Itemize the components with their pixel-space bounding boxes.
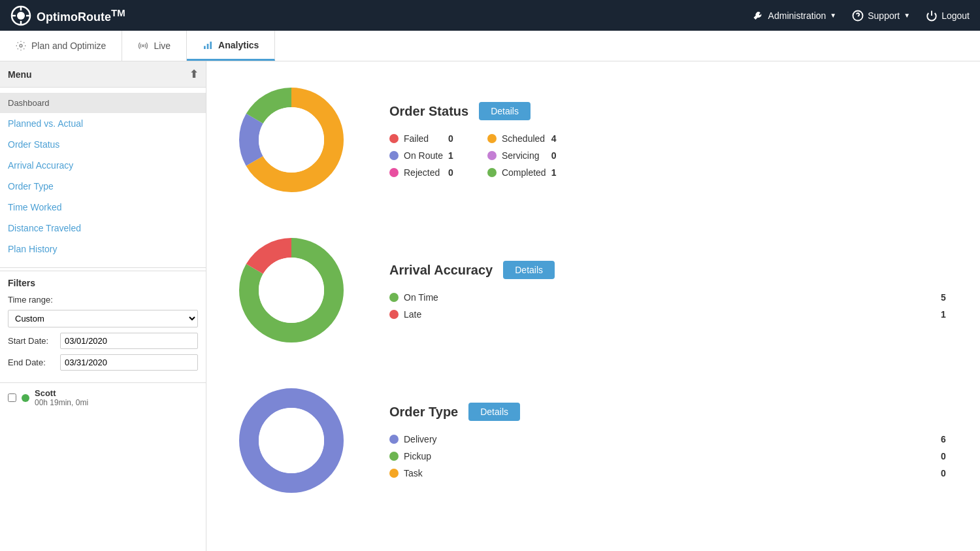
- legend-servicing: Servicing 0: [487, 150, 564, 161]
- administration-caret: ▼: [830, 12, 836, 19]
- administration-menu[interactable]: Administration ▼: [753, 10, 837, 22]
- task-dot: [389, 469, 399, 478]
- legend-failed: Failed 0: [389, 133, 461, 144]
- order-type-details: Order Type Details Delivery 6 Pickup 0: [389, 403, 954, 478]
- time-range-label: Time range:: [8, 295, 60, 305]
- collapse-icon[interactable]: ⬆: [189, 68, 198, 80]
- sidebar-item-time-worked[interactable]: Time Worked: [0, 197, 206, 218]
- delivery-dot: [389, 435, 399, 444]
- sidebar-item-order-status[interactable]: Order Status: [0, 134, 206, 155]
- power-icon: [926, 10, 938, 22]
- servicing-value: 0: [551, 150, 564, 161]
- start-date-label: Start Date:: [8, 336, 60, 346]
- tab-analytics[interactable]: Analytics: [187, 31, 275, 61]
- logo-text: OptimoRouteTM: [37, 7, 125, 24]
- arrival-accuracy-details-button[interactable]: Details: [503, 261, 555, 279]
- task-value: 0: [941, 468, 954, 478]
- end-date-input[interactable]: [60, 354, 198, 371]
- driver-checkbox[interactable]: [8, 393, 16, 402]
- arrival-accuracy-title: Arrival Accuracy: [389, 263, 493, 278]
- filters-title: Filters: [8, 278, 198, 288]
- order-status-donut: [233, 81, 350, 199]
- bar-chart-icon: [203, 40, 213, 50]
- legend-completed: Completed 1: [487, 167, 564, 178]
- sidebar-item-distance-traveled[interactable]: Distance Traveled: [0, 218, 206, 239]
- order-status-details-button[interactable]: Details: [479, 102, 531, 120]
- support-menu[interactable]: Support ▼: [852, 10, 910, 22]
- order-status-details: Order Status Details Failed 0 On Route: [389, 102, 954, 178]
- sidebar-item-planned-vs-actual[interactable]: Planned vs. Actual: [0, 113, 206, 134]
- rejected-value: 0: [448, 167, 461, 178]
- logout-button[interactable]: Logout: [926, 10, 970, 22]
- legend-task: Task 0: [389, 468, 954, 478]
- arrival-accuracy-title-row: Arrival Accuracy Details: [389, 261, 954, 279]
- svg-point-14: [259, 258, 324, 323]
- legend-pickup: Pickup 0: [389, 451, 954, 461]
- arrival-accuracy-donut: [233, 231, 350, 349]
- tab-plan-optimize[interactable]: Plan and Optimize: [0, 31, 122, 61]
- tab-bar: Plan and Optimize Live Analytics: [0, 31, 980, 61]
- sidebar-item-arrival-accuracy[interactable]: Arrival Accuracy: [0, 155, 206, 176]
- driver-info: Scott 00h 19min, 0mi: [35, 388, 88, 407]
- svg-rect-6: [207, 44, 209, 49]
- on-route-dot: [389, 151, 399, 160]
- driver-status-dot: [22, 394, 29, 402]
- on-route-value: 1: [448, 150, 461, 161]
- completed-value: 1: [551, 167, 564, 178]
- svg-rect-5: [204, 46, 206, 49]
- time-range-select[interactable]: Custom Today Yesterday This Week This Mo…: [8, 310, 198, 327]
- order-status-legend-left: Failed 0 On Route 1 Rejected 0: [389, 133, 461, 178]
- administration-label: Administration: [768, 10, 826, 21]
- svg-point-16: [259, 408, 324, 473]
- on-time-dot: [389, 293, 399, 302]
- svg-point-11: [259, 107, 324, 173]
- end-date-row: End Date:: [8, 354, 198, 371]
- tab-analytics-label: Analytics: [218, 40, 259, 50]
- scheduled-dot: [487, 134, 497, 143]
- sidebar-item-plan-history[interactable]: Plan History: [0, 239, 206, 259]
- completed-label: Completed: [502, 167, 546, 178]
- on-route-label: On Route: [404, 150, 443, 161]
- scheduled-value: 4: [551, 133, 564, 144]
- radio-icon: [138, 41, 148, 51]
- scheduled-label: Scheduled: [502, 133, 546, 144]
- completed-dot: [487, 168, 497, 177]
- order-type-section: Order Type Details Delivery 6 Pickup 0: [233, 382, 954, 499]
- legend-late: Late 1: [389, 309, 954, 320]
- on-time-value: 5: [941, 292, 954, 303]
- pickup-label: Pickup: [404, 451, 936, 461]
- tab-plan-optimize-label: Plan and Optimize: [31, 41, 106, 51]
- on-time-label: On Time: [404, 292, 936, 303]
- svg-rect-7: [210, 41, 212, 48]
- rejected-label: Rejected: [404, 167, 443, 178]
- time-range-select-row: Custom Today Yesterday This Week This Mo…: [8, 310, 198, 327]
- question-icon: [852, 10, 864, 22]
- delivery-value: 6: [941, 434, 954, 444]
- legend-scheduled: Scheduled 4: [487, 133, 564, 144]
- order-type-legend: Delivery 6 Pickup 0 Task 0: [389, 434, 954, 478]
- tab-live-label: Live: [154, 41, 171, 51]
- order-status-section: Order Status Details Failed 0 On Route: [233, 81, 954, 199]
- sidebar: Menu ⬆ Dashboard Planned vs. Actual Orde…: [0, 61, 206, 551]
- delivery-label: Delivery: [404, 434, 936, 444]
- main-content: Order Status Details Failed 0 On Route: [206, 61, 980, 551]
- sidebar-divider: [0, 267, 206, 268]
- logo-tm: TM: [111, 7, 125, 18]
- main-layout: Menu ⬆ Dashboard Planned vs. Actual Orde…: [0, 61, 980, 551]
- order-type-title: Order Type: [389, 405, 458, 420]
- start-date-input[interactable]: [60, 333, 198, 349]
- late-value: 1: [941, 309, 954, 320]
- support-caret: ▼: [904, 12, 910, 19]
- tab-live[interactable]: Live: [122, 31, 187, 61]
- order-type-title-row: Order Type Details: [389, 403, 954, 421]
- wrench-icon: [753, 10, 764, 22]
- failed-value: 0: [448, 133, 461, 144]
- logo: OptimoRouteTM: [10, 5, 125, 26]
- order-type-details-button[interactable]: Details: [468, 403, 520, 421]
- gear-icon: [16, 41, 26, 51]
- servicing-label: Servicing: [502, 150, 546, 161]
- support-label: Support: [868, 10, 900, 21]
- order-status-legend-right: Scheduled 4 Servicing 0 Completed 1: [487, 133, 564, 178]
- legend-rejected: Rejected 0: [389, 167, 461, 178]
- sidebar-item-order-type[interactable]: Order Type: [0, 176, 206, 197]
